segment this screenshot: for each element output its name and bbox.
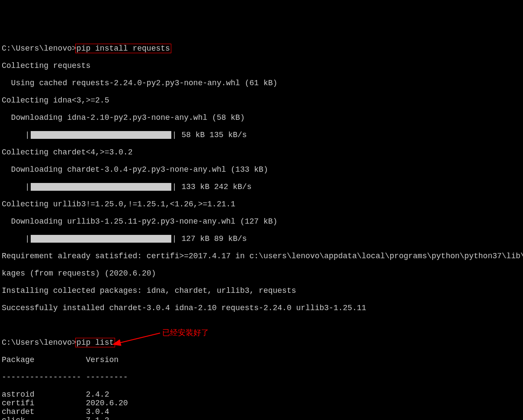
output-line: Installing collected packages: idna, cha… <box>2 286 521 295</box>
blank-line <box>2 321 521 330</box>
output-line: Requirement already satisfied: certifi>=… <box>2 252 521 260</box>
package-row: chardet 3.0.4 <box>2 407 521 416</box>
progress-bar-2 <box>31 183 171 191</box>
output-line: Using cached requests-2.24.0-py2.py3-non… <box>2 79 521 87</box>
annotation-arrow <box>112 331 164 348</box>
command-1: pip install requests <box>77 44 170 53</box>
output-line: Successfully installed chardet-3.0.4 idn… <box>2 304 521 312</box>
svg-line-1 <box>119 333 160 343</box>
output-line: Collecting urllib3!=1.25.0,!=1.25.1,<1.2… <box>2 200 521 208</box>
output-line: Collecting chardet<4,>=3.0.2 <box>2 148 521 157</box>
output-line: Downloading urllib3-1.25.11-py2.py3-none… <box>2 217 521 226</box>
progress-bar-3 <box>31 235 171 243</box>
annotation-text: 已经安装好了 <box>162 329 209 337</box>
package-row: certifi 2020.6.20 <box>2 399 521 407</box>
prompt-path-2: C:\Users\lenovo> <box>2 338 77 347</box>
output-line: kages (from requests) (2020.6.20) <box>2 269 521 278</box>
progress-bar-1 <box>31 131 171 139</box>
terminal-window[interactable]: C:\Users\lenovo>pip install requests Col… <box>0 35 523 420</box>
output-line: Downloading idna-2.10-py2.py3-none-any.w… <box>2 113 521 122</box>
output-line: Downloading chardet-3.0.4-py2.py3-none-a… <box>2 165 521 174</box>
command-2-highlight: pip list <box>75 338 115 347</box>
output-line: Collecting idna<3,>=2.5 <box>2 96 521 105</box>
package-row: click 7.1.2 <box>2 416 521 420</box>
prompt-line-2: C:\Users\lenovo>pip list <box>2 338 521 347</box>
output-line: Collecting requests <box>2 61 521 70</box>
list-divider: ----------------- --------- <box>2 373 521 382</box>
progress-line-1: || 58 kB 135 kB/s <box>2 131 521 139</box>
prompt-path-1: C:\Users\lenovo> <box>2 44 77 53</box>
package-list: astroid 2.4.2certifi 2020.6.20chardet 3.… <box>2 390 521 420</box>
package-row: astroid 2.4.2 <box>2 390 521 399</box>
header-package: Package <box>2 356 86 364</box>
command-1-highlight: pip install requests <box>75 44 171 53</box>
prompt-line-1: C:\Users\lenovo>pip install requests <box>2 44 521 53</box>
progress-line-3: || 127 kB 89 kB/s <box>2 234 521 243</box>
command-2: pip list <box>77 338 114 347</box>
progress-line-2: || 133 kB 242 kB/s <box>2 183 521 191</box>
header-version: Version <box>86 356 119 364</box>
list-header: Package Version <box>2 356 521 364</box>
